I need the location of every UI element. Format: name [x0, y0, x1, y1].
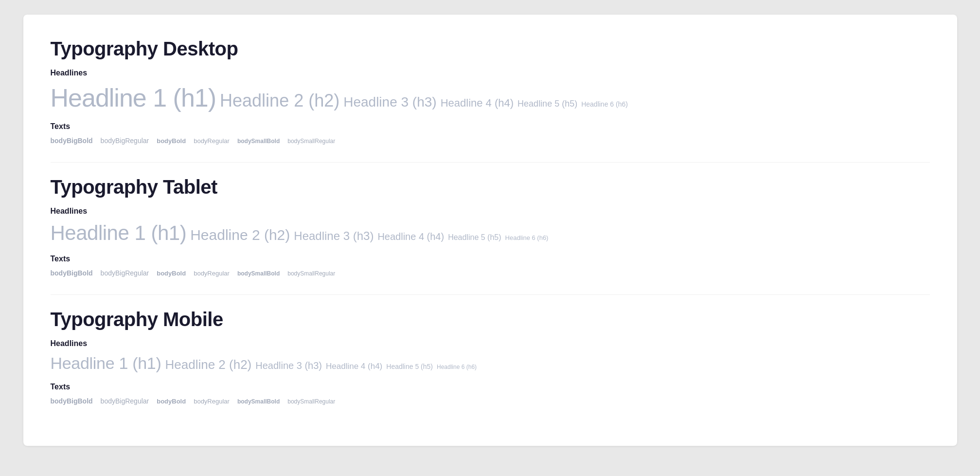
- desktop-h4: Headline 4 (h4): [441, 97, 514, 110]
- tablet-h1: Headline 1 (h1): [51, 221, 187, 245]
- desktop-body-big-regular: bodyBigRegular: [101, 137, 149, 145]
- tablet-section-title: Typography Tablet: [51, 176, 930, 198]
- desktop-body-bold: bodyBold: [157, 137, 186, 145]
- desktop-h3: Headline 3 (h3): [343, 94, 436, 110]
- desktop-body-small-regular: bodySmallRegular: [287, 138, 335, 145]
- mobile-texts-label: Texts: [51, 383, 930, 391]
- desktop-h5: Headline 5 (h5): [517, 99, 577, 109]
- desktop-section-title: Typography Desktop: [51, 38, 930, 60]
- mobile-h5: Headline 5 (h5): [386, 363, 433, 370]
- desktop-texts-row: bodyBigBold bodyBigRegular bodyBold body…: [51, 137, 930, 145]
- desktop-section: Typography Desktop Headlines Headline 1 …: [51, 38, 930, 145]
- mobile-h6: Headline 6 (h6): [437, 364, 477, 370]
- desktop-headlines-row: Headline 1 (h1) Headline 2 (h2) Headline…: [51, 83, 930, 112]
- mobile-h1: Headline 1 (h1): [51, 354, 161, 373]
- tablet-h5: Headline 5 (h5): [448, 233, 501, 242]
- desktop-headlines-label: Headlines: [51, 69, 930, 77]
- mobile-headlines-row: Headline 1 (h1) Headline 2 (h2) Headline…: [51, 354, 930, 373]
- tablet-body-big-bold: bodyBigBold: [51, 269, 93, 277]
- tablet-body-small-regular: bodySmallRegular: [287, 270, 335, 277]
- tablet-h6: Headline 6 (h6): [505, 234, 549, 241]
- tablet-section: Typography Tablet Headlines Headline 1 (…: [51, 176, 930, 277]
- mobile-headlines-label: Headlines: [51, 339, 930, 348]
- mobile-texts-row: bodyBigBold bodyBigRegular bodyBold body…: [51, 397, 930, 405]
- mobile-body-big-bold: bodyBigBold: [51, 397, 93, 405]
- tablet-h2: Headline 2 (h2): [190, 227, 290, 243]
- mobile-h2: Headline 2 (h2): [165, 357, 251, 372]
- mobile-body-big-regular: bodyBigRegular: [101, 397, 149, 405]
- mobile-h3: Headline 3 (h3): [255, 360, 322, 371]
- tablet-headlines-label: Headlines: [51, 207, 930, 216]
- mobile-body-bold: bodyBold: [157, 398, 186, 405]
- tablet-h4: Headline 4 (h4): [377, 231, 444, 242]
- tablet-body-regular: bodyRegular: [194, 270, 230, 277]
- divider-1: [51, 162, 930, 163]
- tablet-body-big-regular: bodyBigRegular: [101, 269, 149, 277]
- desktop-body-big-bold: bodyBigBold: [51, 137, 93, 145]
- mobile-h4: Headline 4 (h4): [326, 362, 382, 371]
- tablet-h3: Headline 3 (h3): [294, 229, 374, 243]
- mobile-section: Typography Mobile Headlines Headline 1 (…: [51, 309, 930, 405]
- main-card: Typography Desktop Headlines Headline 1 …: [23, 15, 957, 446]
- desktop-h2: Headline 2 (h2): [220, 91, 339, 111]
- desktop-h1: Headline 1 (h1): [51, 83, 216, 112]
- tablet-body-small-bold: bodySmallBold: [237, 270, 280, 277]
- tablet-texts-row: bodyBigBold bodyBigRegular bodyBold body…: [51, 269, 930, 277]
- desktop-texts-label: Texts: [51, 122, 930, 131]
- tablet-body-bold: bodyBold: [157, 270, 186, 277]
- divider-2: [51, 294, 930, 295]
- desktop-body-small-bold: bodySmallBold: [237, 138, 280, 145]
- mobile-body-small-regular: bodySmallRegular: [287, 398, 335, 405]
- mobile-section-title: Typography Mobile: [51, 309, 930, 330]
- tablet-texts-label: Texts: [51, 255, 930, 263]
- desktop-h6: Headline 6 (h6): [581, 100, 628, 108]
- mobile-body-regular: bodyRegular: [194, 398, 230, 405]
- desktop-body-regular: bodyRegular: [194, 137, 230, 145]
- mobile-body-small-bold: bodySmallBold: [237, 398, 280, 405]
- tablet-headlines-row: Headline 1 (h1) Headline 2 (h2) Headline…: [51, 221, 930, 245]
